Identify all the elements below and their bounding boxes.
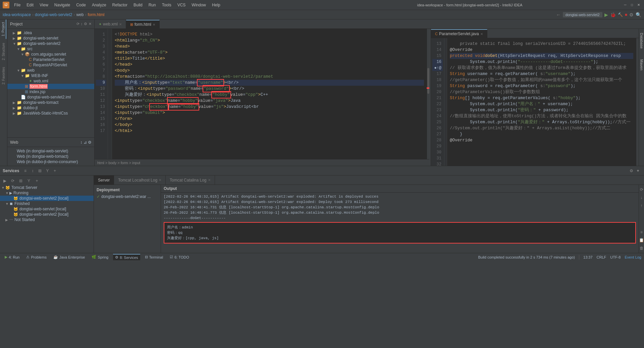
web-filter-icon[interactable]: ⊿	[84, 140, 87, 145]
web-sort-icon[interactable]: ↕	[80, 140, 82, 145]
right-code-content[interactable]: private static final long serialVersionU…	[447, 38, 636, 166]
services-toolbar-btn2[interactable]: ↕	[29, 167, 36, 174]
services-notstarted[interactable]: ▶ ⋯ Not Started	[0, 217, 94, 222]
stop-icon[interactable]: ■	[625, 12, 627, 17]
favorites-tab[interactable]: 2: Favorites	[1, 64, 6, 87]
output-tb5[interactable]: 📋	[638, 237, 644, 243]
tree-item-web[interactable]: ▼ 📁 web	[7, 68, 94, 73]
tab-webxml[interactable]: ✦ web.xml ✕	[95, 20, 126, 28]
web-item-servlet[interactable]: Web (in dongtai-web-servlet)	[7, 148, 94, 154]
stb4[interactable]: Y	[25, 178, 32, 184]
nav-back-icon[interactable]: ←	[556, 12, 561, 17]
menu-navigate[interactable]: Navigate	[52, 2, 73, 8]
project-tab[interactable]: 1: Project	[1, 19, 6, 39]
problems-bottom-btn[interactable]: ⚠ Problems	[24, 254, 48, 260]
spring-btn[interactable]: 🌿 Spring	[90, 254, 110, 260]
settings-icon[interactable]: ⚙	[629, 12, 634, 17]
tree-item-webxml[interactable]: ✦ web.xml	[7, 78, 94, 84]
menu-view[interactable]: View	[37, 2, 51, 8]
tree-item-iml[interactable]: 📄 dongtai-web-servlet2.iml	[7, 94, 94, 100]
services-finished[interactable]: ▼ ⏹ Finished	[0, 201, 94, 206]
services-finished-inst1[interactable]: 🐱 dongtai-web-servlet [local]	[0, 206, 94, 212]
menu-file[interactable]: File	[11, 2, 23, 8]
tab-paramservlet[interactable]: C ParameterServlet.java ✕	[431, 29, 487, 38]
sort-icon[interactable]: ↕	[81, 22, 83, 26]
output-tb3[interactable]: ↑	[638, 202, 644, 209]
stb2[interactable]: ⟳	[9, 178, 16, 184]
tree-item-servlet1[interactable]: ▶ 📁 dongtai-web-servlet	[7, 36, 94, 41]
stb5[interactable]: +	[34, 178, 40, 184]
services-toolbar-btn3[interactable]: ⊞	[37, 167, 43, 174]
close-button[interactable]: ✕	[636, 2, 641, 8]
settings-panel-icon[interactable]: ⚙	[84, 22, 87, 26]
tree-item-reqservlet[interactable]: C RequestAPIServlet	[7, 62, 94, 68]
todo-btn[interactable]: ☑ 6: TODO	[168, 254, 191, 260]
services-running[interactable]: ▼ ▶ Running	[0, 190, 94, 196]
tab-webxml-close[interactable]: ✕	[119, 22, 122, 26]
run-icon[interactable]: ▶	[604, 12, 608, 17]
menu-analyze[interactable]: Analyze	[89, 2, 109, 8]
right-scrollbar[interactable]	[636, 38, 639, 166]
menu-build[interactable]: Build	[131, 2, 145, 8]
menu-help[interactable]: Help	[209, 2, 223, 8]
build-icon[interactable]: 🔨	[618, 12, 623, 17]
output-tb1[interactable]: ⟳	[638, 186, 644, 193]
services-tab-localhost[interactable]: Tomcat Localhost Log ✕	[114, 176, 166, 185]
services-bottom-btn[interactable]: ⚙ 8: Services	[113, 254, 140, 260]
structure-tab[interactable]: 2: Structure	[1, 40, 6, 63]
services-tab-server[interactable]: Server	[94, 176, 114, 185]
editor-scrollbar[interactable]	[427, 29, 429, 159]
output-panel[interactable]: [2022-02-26 04:48:32,015] Artifact dongt…	[161, 193, 639, 253]
breadcrumb-form[interactable]: form.html	[88, 12, 104, 17]
services-toolbar-btn1[interactable]: ≡	[22, 167, 29, 174]
project-selector[interactable]: dongtai-web-servlet2	[563, 12, 602, 17]
menu-window[interactable]: Window	[189, 2, 209, 8]
breadcrumb-web[interactable]: web	[76, 12, 84, 17]
menu-edit[interactable]: Edit	[24, 2, 36, 8]
services-tab-catalina[interactable]: Tomcat Catalina Log ✕	[166, 176, 215, 185]
tree-item-webinf[interactable]: ▼ 📁 WEB-INF	[7, 73, 94, 78]
output-tb4[interactable]: ≡	[638, 229, 644, 235]
web-item-dubbo[interactable]: Web (in dubbo-jt-demo-consumer)	[7, 159, 94, 164]
breadcrumb-idea-workspace[interactable]: idea-workspace	[3, 12, 31, 17]
form-html-content[interactable]: <!DOCTYPE html> <html lang="zh_CN"> <hea…	[112, 29, 427, 159]
stb1[interactable]: ▶	[1, 178, 8, 184]
output-tb6[interactable]: 🗑	[638, 245, 644, 252]
services-gear-icon[interactable]: ✦	[635, 167, 641, 174]
tree-item-src[interactable]: ▼ 📁 src	[7, 46, 94, 52]
services-settings-icon[interactable]: ⚙	[628, 167, 635, 174]
web-item-tomact[interactable]: Web (in dongtai-web-tomact)	[7, 154, 94, 159]
terminal-btn[interactable]: ⊟ Terminal	[143, 254, 165, 260]
search-icon[interactable]: 🔍	[636, 12, 641, 17]
menu-vcs[interactable]: VCS	[175, 2, 189, 8]
output-tb2[interactable]: ↓	[638, 194, 644, 201]
menu-code[interactable]: Code	[73, 2, 89, 8]
debug-icon[interactable]: 🐞	[610, 12, 616, 17]
stb3[interactable]: ⊞	[17, 178, 24, 184]
services-localhost-close[interactable]: ✕	[159, 178, 161, 182]
sync-icon[interactable]: ⟳	[76, 22, 79, 26]
menu-refactor[interactable]: Refactor	[110, 2, 130, 8]
tab-paramservlet-close[interactable]: ✕	[480, 32, 483, 36]
tree-item-pkg[interactable]: ▼ 📦 com.atguigu.servlet	[7, 52, 94, 57]
services-toolbar-btn4[interactable]: Y	[44, 167, 51, 174]
services-tomcat[interactable]: ▼ 🐱 Tomcat Server	[0, 185, 94, 190]
tree-item-idea[interactable]: ▶ 📁 .idea	[7, 30, 94, 36]
run-bottom-btn[interactable]: ▶ 4: Run	[3, 254, 21, 260]
tree-item-dubbo[interactable]: ▶ 📁 dubbo-jt	[7, 105, 94, 111]
maven-tab[interactable]: Maven	[639, 57, 644, 73]
tree-item-tomact[interactable]: ▶ 📁 dongtai-web-tomact	[7, 100, 94, 105]
tree-item-indexjsp[interactable]: ⊞ index.jsp	[7, 89, 94, 94]
close-panel-icon[interactable]: ✕	[89, 22, 92, 26]
services-catalina-close[interactable]: ✕	[208, 178, 211, 182]
services-finished-inst2[interactable]: 🐱 dongtai-web-servlet2 [local]	[0, 212, 94, 217]
breadcrumb-dongtai[interactable]: dongtai-web-servlet2	[35, 12, 72, 17]
tree-item-servlet2[interactable]: ▼ 📁 dongtai-web-servlet2	[7, 41, 94, 46]
tab-formhtml[interactable]: ⊞ form.html ✕	[126, 20, 160, 28]
minimize-button[interactable]: ─	[623, 2, 628, 8]
tree-item-javaweb[interactable]: ▶ 📁 JavaWeb-Static-HtmlCss	[7, 111, 94, 116]
menu-tools[interactable]: Tools	[159, 2, 174, 8]
services-running-instance[interactable]: 🐱 dongtai-web-servlet2 [local]	[0, 196, 94, 201]
menu-run[interactable]: Run	[146, 2, 159, 8]
tree-item-formhtml[interactable]: ⊞ form.html	[7, 84, 94, 89]
